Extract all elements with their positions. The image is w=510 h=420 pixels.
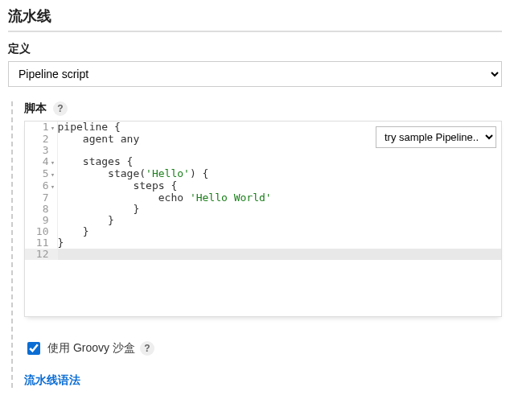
groovy-sandbox-checkbox[interactable] xyxy=(27,342,40,355)
help-icon[interactable]: ? xyxy=(53,101,68,116)
code-line[interactable]: steps { xyxy=(57,180,501,192)
code-line[interactable]: } xyxy=(57,215,501,226)
editor-line[interactable]: 7 echo 'Hello World' xyxy=(25,192,501,204)
help-icon[interactable]: ? xyxy=(140,341,154,356)
gutter: 11 xyxy=(25,237,57,249)
code-line[interactable]: stages { xyxy=(57,156,501,168)
page-title: 流水线 xyxy=(8,6,502,32)
gutter: 8 xyxy=(25,204,57,215)
code-line[interactable] xyxy=(57,249,501,260)
gutter: 3 xyxy=(25,145,57,156)
code-line[interactable]: } xyxy=(57,237,501,249)
script-editor[interactable]: try sample Pipeline... 1▾pipeline {2 age… xyxy=(24,121,502,317)
editor-line[interactable]: 11} xyxy=(25,237,501,249)
editor-line[interactable]: 10 } xyxy=(25,226,501,237)
gutter: 9 xyxy=(25,215,57,226)
editor-line[interactable]: 8 } xyxy=(25,204,501,215)
code-line[interactable]: } xyxy=(57,226,501,237)
gutter: 5▾ xyxy=(25,168,57,180)
definition-select[interactable]: Pipeline script xyxy=(8,61,502,87)
editor-line[interactable]: 5▾ stage('Hello') { xyxy=(25,168,501,180)
editor-line[interactable]: 6▾ steps { xyxy=(25,180,501,192)
code-line[interactable]: stage('Hello') { xyxy=(57,168,501,180)
code-line[interactable]: echo 'Hello World' xyxy=(57,192,501,204)
pipeline-config-block: 脚本 ? try sample Pipeline... 1▾pipeline {… xyxy=(11,101,502,388)
editor-line[interactable]: 4▾ stages { xyxy=(25,156,501,168)
gutter: 2 xyxy=(25,134,57,145)
pipeline-syntax-link[interactable]: 流水线语法 xyxy=(24,373,80,388)
editor-line[interactable]: 9 } xyxy=(25,215,501,226)
gutter: 10 xyxy=(25,226,57,237)
gutter: 12 xyxy=(25,249,57,260)
groovy-sandbox-label[interactable]: 使用 Groovy 沙盒 xyxy=(47,341,135,356)
script-label: 脚本 xyxy=(24,101,47,116)
gutter: 1▾ xyxy=(25,121,57,134)
definition-label: 定义 xyxy=(8,42,502,56)
gutter: 7 xyxy=(25,192,57,204)
editor-line[interactable]: 12 xyxy=(25,249,501,260)
code-line[interactable]: } xyxy=(57,204,501,215)
sample-pipeline-select[interactable]: try sample Pipeline... xyxy=(376,126,496,148)
gutter: 6▾ xyxy=(25,180,57,192)
gutter: 4▾ xyxy=(25,156,57,168)
